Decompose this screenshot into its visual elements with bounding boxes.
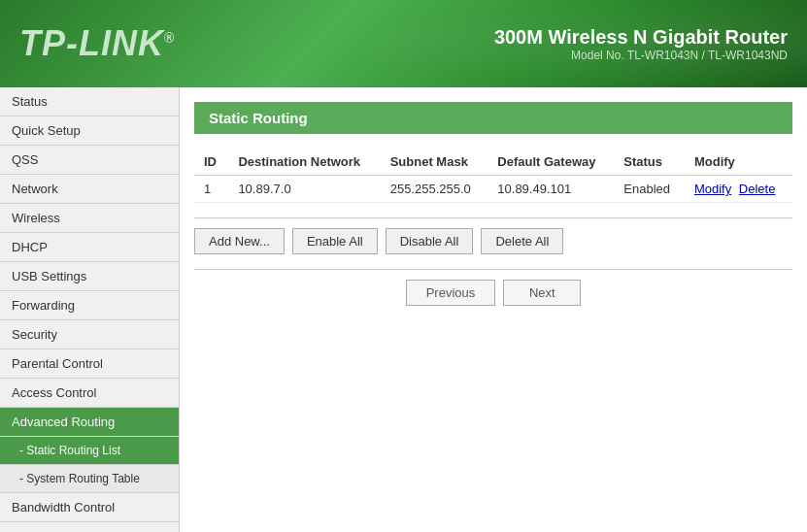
cell-status: Enabled [614,176,685,203]
sidebar: Status Quick Setup QSS Network Wireless … [0,87,180,532]
previous-button[interactable]: Previous [406,280,496,306]
table-row: 1 10.89.7.0 255.255.255.0 10.89.49.101 E… [194,176,792,203]
cell-destination: 10.89.7.0 [228,176,380,203]
cell-subnet: 255.255.255.0 [381,176,488,203]
product-name: 300M Wireless N Gigabit Router [494,26,788,49]
sidebar-item-bandwidth-control[interactable]: Bandwidth Control [0,493,179,522]
header: TP-LINK® 300M Wireless N Gigabit Router … [0,0,807,87]
separator [194,217,792,218]
routing-table: ID Destination Network Subnet Mask Defau… [194,149,792,203]
content-area: Static Routing ID Destination Network Su… [180,87,807,532]
sidebar-item-parental-control[interactable]: Parental Control [0,349,179,379]
col-subnet: Subnet Mask [381,149,488,176]
next-button[interactable]: Next [503,280,581,306]
enable-all-button[interactable]: Enable All [292,228,378,254]
sidebar-item-access-control[interactable]: Access Control [0,379,179,408]
disable-all-button[interactable]: Disable All [386,228,474,254]
col-destination: Destination Network [228,149,380,176]
cell-id: 1 [194,176,228,203]
sidebar-item-dhcp[interactable]: DHCP [0,233,179,262]
sidebar-item-advanced-routing[interactable]: Advanced Routing [0,408,179,437]
sidebar-item-ip-mac-binding[interactable]: IP & MAC Binding [0,522,179,532]
sidebar-item-static-routing-list[interactable]: - Static Routing List [0,437,179,465]
sidebar-item-qss[interactable]: QSS [0,146,179,175]
add-new-button[interactable]: Add New... [194,228,285,254]
trademark: ® [164,30,175,46]
col-modify: Modify [685,149,792,176]
separator-2 [194,269,792,270]
sidebar-item-forwarding[interactable]: Forwarding [0,291,179,320]
sidebar-item-network[interactable]: Network [0,175,179,204]
action-buttons: Add New... Enable All Disable All Delete… [194,228,792,254]
main-layout: Status Quick Setup QSS Network Wireless … [0,87,807,532]
sidebar-item-wireless[interactable]: Wireless [0,204,179,233]
col-id: ID [194,149,228,176]
cell-modify-actions: Modify Delete [685,176,792,203]
pagination-nav: Previous Next [194,280,792,306]
delete-all-button[interactable]: Delete All [481,228,563,254]
sidebar-item-system-routing-table[interactable]: - System Routing Table [0,465,179,493]
logo: TP-LINK® [19,23,175,64]
sidebar-item-status[interactable]: Status [0,87,179,116]
modify-link[interactable]: Modify [694,182,731,196]
product-info: 300M Wireless N Gigabit Router Model No.… [494,26,788,62]
sidebar-item-quick-setup[interactable]: Quick Setup [0,116,179,146]
cell-gateway: 10.89.49.101 [488,176,614,203]
section-title: Static Routing [194,102,792,134]
col-gateway: Default Gateway [488,149,614,176]
col-status: Status [614,149,685,176]
model-number: Model No. TL-WR1043N / TL-WR1043ND [494,49,788,62]
sidebar-item-usb-settings[interactable]: USB Settings [0,262,179,291]
logo-text: TP-LINK [19,23,164,63]
delete-link[interactable]: Delete [739,182,776,196]
sidebar-item-security[interactable]: Security [0,320,179,349]
